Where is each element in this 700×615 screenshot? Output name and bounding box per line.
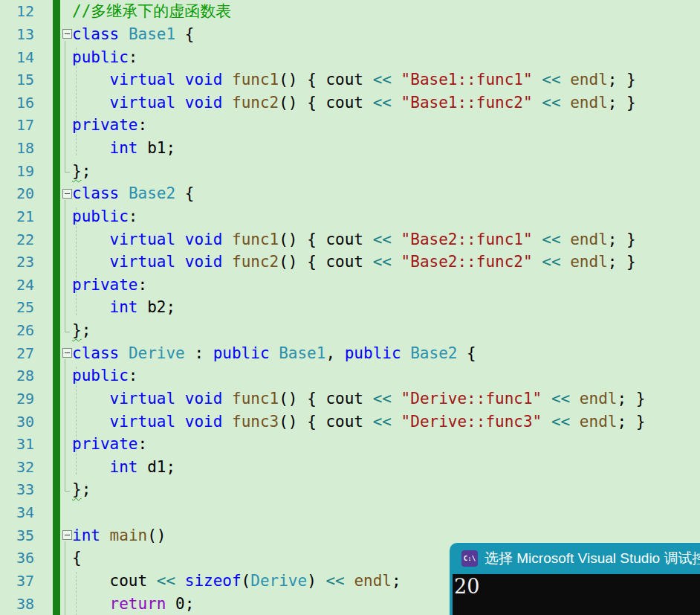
code-token: Derive	[250, 572, 307, 590]
code-line[interactable]: 13class Base1 {	[0, 23, 700, 46]
line-number[interactable]: 28	[0, 367, 34, 384]
fold-margin	[62, 274, 72, 297]
code-token: () { cout	[279, 231, 372, 248]
console-titlebar[interactable]: C:\ 选择 Microsoft Visual Studio 调试控	[450, 543, 700, 574]
line-number[interactable]: 19	[0, 162, 34, 180]
line-number[interactable]: 18	[0, 139, 34, 157]
console-window[interactable]: C:\ 选择 Microsoft Visual Studio 调试控 20	[450, 543, 700, 615]
code-token: ; }	[608, 94, 636, 112]
code-token: endl	[570, 253, 608, 271]
code-text: private:	[72, 116, 147, 134]
line-number[interactable]: 33	[0, 480, 34, 498]
code-token: :	[129, 207, 138, 225]
line-number[interactable]: 21	[0, 207, 34, 225]
code-line[interactable]: 26};	[0, 319, 700, 342]
line-number[interactable]: 32	[0, 458, 34, 476]
line-number[interactable]: 36	[0, 549, 34, 567]
line-number[interactable]: 15	[0, 71, 34, 88]
code-line[interactable]: 18 int b1;	[0, 137, 700, 160]
code-token	[72, 253, 110, 271]
code-text: int b2;	[72, 298, 175, 316]
line-number[interactable]: 31	[0, 435, 34, 453]
code-token: private	[72, 435, 138, 453]
line-number[interactable]: 26	[0, 321, 34, 339]
fold-toggle-icon[interactable]	[62, 29, 72, 39]
code-token: ; }	[608, 253, 636, 271]
line-number[interactable]: 22	[0, 231, 34, 248]
code-token	[72, 71, 110, 88]
code-token: {	[175, 25, 194, 43]
code-token: private	[72, 276, 138, 294]
fold-toggle-icon[interactable]	[62, 348, 72, 358]
line-number[interactable]: 29	[0, 390, 34, 408]
code-token	[175, 413, 185, 431]
line-number[interactable]: 16	[0, 94, 34, 112]
code-line[interactable]: 19};	[0, 159, 700, 182]
code-text: virtual void func1() { cout << "Derive::…	[72, 390, 645, 408]
code-token: virtual	[110, 71, 176, 88]
code-token	[72, 595, 110, 613]
line-number[interactable]: 34	[0, 503, 34, 521]
code-line[interactable]: 21public:	[0, 205, 700, 228]
line-number[interactable]: 20	[0, 184, 34, 202]
code-token: <<	[373, 390, 392, 408]
code-line[interactable]: 24private:	[0, 274, 700, 297]
code-token: "Base1::func1"	[401, 71, 533, 88]
fold-toggle-icon[interactable]	[62, 189, 72, 199]
code-token: ;	[392, 572, 401, 590]
code-token: func2	[232, 253, 279, 271]
code-token: //多继承下的虚函数表	[72, 2, 231, 20]
code-line[interactable]: 22 virtual void func1() { cout << "Base2…	[0, 228, 700, 251]
line-number[interactable]: 17	[0, 116, 34, 134]
code-token: d1;	[138, 458, 176, 476]
code-token: ;	[82, 162, 91, 180]
line-number[interactable]: 24	[0, 276, 34, 294]
code-line[interactable]: 12//多继承下的虚函数表	[0, 0, 700, 23]
code-token: <<	[542, 94, 560, 112]
code-editor[interactable]: 12//多继承下的虚函数表13class Base1 {14public:15 …	[0, 0, 700, 615]
line-number[interactable]: 12	[0, 2, 34, 20]
line-number[interactable]: 27	[0, 344, 34, 362]
code-line[interactable]: 34	[0, 501, 700, 524]
code-line[interactable]: 31private:	[0, 433, 700, 456]
fold-margin	[62, 524, 72, 547]
code-line[interactable]: 20class Base2 {	[0, 182, 700, 205]
code-line[interactable]: 17private:	[0, 114, 700, 137]
line-number[interactable]: 23	[0, 253, 34, 271]
code-line[interactable]: 29 virtual void func1() { cout << "Deriv…	[0, 387, 700, 410]
code-line[interactable]: 16 virtual void func2() { cout << "Base1…	[0, 91, 700, 115]
code-text: int b1;	[72, 139, 175, 157]
code-line[interactable]: 15 virtual void func1() { cout << "Base1…	[0, 68, 700, 91]
code-token	[72, 94, 110, 112]
line-number[interactable]: 38	[0, 595, 34, 613]
code-line[interactable]: 28public:	[0, 364, 700, 387]
fold-toggle-icon[interactable]	[62, 530, 72, 540]
code-token: int	[110, 458, 138, 476]
line-number[interactable]: 37	[0, 572, 34, 590]
code-line[interactable]: 30 virtual void func3() { cout << "Deriv…	[0, 410, 700, 433]
line-number[interactable]: 25	[0, 298, 34, 316]
line-number[interactable]: 30	[0, 413, 34, 431]
code-token: <<	[373, 413, 392, 431]
fold-margin	[62, 501, 72, 524]
line-number[interactable]: 35	[0, 527, 34, 544]
code-line[interactable]: 14public:	[0, 45, 700, 68]
code-token: public	[72, 207, 129, 225]
code-token: virtual	[110, 253, 176, 271]
code-text: private:	[72, 276, 147, 294]
line-number[interactable]: 14	[0, 48, 34, 66]
console-output-area[interactable]: 20	[453, 574, 700, 615]
code-token: int	[110, 298, 138, 316]
code-text: virtual void func1() { cout << "Base1::f…	[72, 71, 636, 88]
code-text: return 0;	[72, 595, 194, 613]
code-token	[392, 231, 401, 248]
code-line[interactable]: 25 int b2;	[0, 296, 700, 319]
code-line[interactable]: 23 virtual void func2() { cout << "Base2…	[0, 251, 700, 274]
console-icon[interactable]: C:\	[461, 550, 478, 567]
code-line[interactable]: 32 int d1;	[0, 456, 700, 479]
code-line[interactable]: 27class Derive : public Base1, public Ba…	[0, 341, 700, 364]
code-line[interactable]: 33};	[0, 478, 700, 501]
code-token: "Base1::func2"	[401, 94, 533, 112]
line-number[interactable]: 13	[0, 25, 34, 43]
code-token: :	[129, 367, 138, 384]
